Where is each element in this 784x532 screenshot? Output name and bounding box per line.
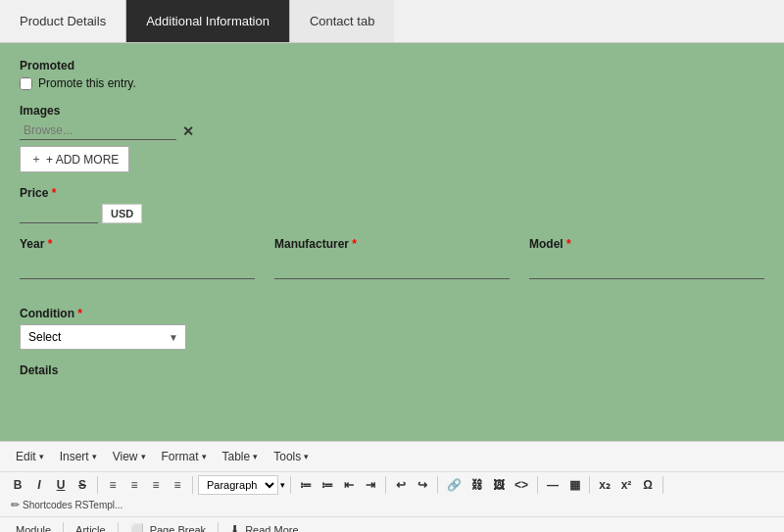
menu-format[interactable]: Format ▾ — [154, 447, 215, 466]
separator-6 — [537, 476, 538, 494]
promoted-field: Promoted Promote this entry. — [20, 59, 764, 90]
year-label: Year * — [20, 237, 255, 251]
outdent-button[interactable]: ⇤ — [339, 476, 359, 494]
strikethrough-button[interactable]: S — [73, 476, 92, 494]
align-right-button[interactable]: ≡ — [146, 476, 166, 494]
paragraph-format-select[interactable]: Paragraph Heading 1 Heading 2 — [198, 475, 278, 495]
bottom-sep-3 — [218, 522, 219, 533]
images-field: Images ✕ ＋ + ADD MORE — [20, 104, 764, 172]
clear-browse-button[interactable]: ✕ — [182, 123, 194, 139]
superscript-button[interactable]: x² — [616, 476, 636, 494]
bottom-sep-2 — [118, 522, 119, 533]
browse-input[interactable] — [20, 121, 176, 140]
insert-caret-icon: ▾ — [92, 452, 97, 461]
model-input[interactable] — [529, 261, 764, 279]
tab-additional-information[interactable]: Additional Information — [126, 0, 290, 42]
code-button[interactable]: <> — [511, 476, 532, 494]
condition-select-wrapper: Select New Used Refurbished ▼ — [20, 324, 186, 350]
edit-caret-icon: ▾ — [39, 452, 44, 461]
underline-button[interactable]: U — [51, 476, 71, 494]
image-button[interactable]: 🖼 — [489, 476, 509, 494]
promoted-label: Promoted — [20, 59, 764, 73]
browse-row: ✕ — [20, 121, 764, 140]
hr-button[interactable]: — — [543, 476, 563, 494]
price-row: USD — [20, 204, 764, 223]
table-insert-button[interactable]: ▦ — [564, 476, 584, 494]
unordered-list-button[interactable]: ≔ — [296, 476, 316, 494]
price-field: Price * USD — [20, 186, 764, 223]
separator-4 — [385, 476, 386, 494]
details-label: Details — [20, 363, 764, 377]
separator-1 — [97, 476, 98, 494]
promote-checkbox[interactable] — [20, 77, 32, 90]
year-input[interactable] — [20, 261, 255, 279]
bold-button[interactable]: B — [8, 476, 27, 494]
redo-button[interactable]: ↪ — [413, 476, 432, 494]
currency-badge: USD — [102, 204, 142, 223]
tab-contact-tab[interactable]: Contact tab — [290, 0, 395, 42]
module-button[interactable]: Module — [8, 522, 59, 533]
images-label: Images — [20, 104, 764, 118]
indent-button[interactable]: ⇥ — [361, 476, 380, 494]
manufacturer-field: Manufacturer * — [274, 237, 510, 279]
condition-select[interactable]: Select New Used Refurbished — [20, 324, 186, 350]
separator-3 — [290, 476, 291, 494]
promote-checkbox-row[interactable]: Promote this entry. — [20, 76, 764, 90]
ymm-row: Year * Manufacturer * Model * — [20, 237, 764, 293]
view-caret-icon: ▾ — [141, 452, 146, 461]
tab-product-details[interactable]: Product Details — [0, 0, 126, 42]
align-justify-button[interactable]: ≡ — [168, 476, 187, 494]
manufacturer-input[interactable] — [274, 261, 510, 279]
main-content: Promoted Promote this entry. Images ✕ ＋ … — [0, 43, 784, 441]
menu-insert[interactable]: Insert ▾ — [52, 447, 105, 466]
format-caret-icon: ▾ — [202, 452, 207, 461]
bottom-sep-1 — [63, 522, 64, 533]
toolbar-bottom: Module Article ⬜ Page Break ⬇ Read More — [0, 517, 784, 532]
menu-table[interactable]: Table ▾ — [215, 447, 267, 466]
manufacturer-label: Manufacturer * — [274, 237, 510, 251]
separator-7 — [589, 476, 590, 494]
separator-2 — [192, 476, 193, 494]
price-input[interactable] — [20, 205, 98, 223]
undo-button[interactable]: ↩ — [391, 476, 411, 494]
special-char-button[interactable]: Ω — [638, 476, 658, 494]
tools-caret-icon: ▾ — [304, 452, 309, 461]
paragraph-caret-icon: ▾ — [280, 480, 285, 490]
plus-icon: ＋ — [30, 151, 42, 168]
subscript-button[interactable]: x₂ — [595, 476, 614, 494]
model-label: Model * — [529, 237, 764, 251]
shortcodes-button[interactable]: ✏ Shortcodes RSTempl... — [8, 497, 125, 513]
year-field: Year * — [20, 237, 255, 279]
ordered-list-button[interactable]: ≔ — [318, 476, 337, 494]
page-break-icon: ⬜ — [130, 523, 144, 532]
separator-5 — [437, 476, 438, 494]
toolbar-menus: Edit ▾ Insert ▾ View ▾ Format ▾ Table ▾ … — [0, 442, 784, 472]
align-center-button[interactable]: ≡ — [124, 476, 144, 494]
condition-field: Condition * Select New Used Refurbished … — [20, 307, 764, 350]
menu-tools[interactable]: Tools ▾ — [266, 447, 317, 466]
menu-edit[interactable]: Edit ▾ — [8, 447, 52, 466]
model-field: Model * — [529, 237, 764, 279]
condition-label: Condition * — [20, 307, 764, 320]
link-button[interactable]: 🔗 — [443, 476, 466, 494]
read-more-button[interactable]: ⬇ Read More — [222, 521, 306, 532]
separator-8 — [662, 476, 663, 494]
article-button[interactable]: Article — [68, 522, 114, 533]
read-more-icon: ⬇ — [230, 523, 239, 532]
italic-button[interactable]: I — [29, 476, 49, 494]
tabs-bar: Product Details Additional Information C… — [0, 0, 784, 43]
toolbar-area: Edit ▾ Insert ▾ View ▾ Format ▾ Table ▾ … — [0, 441, 784, 532]
menu-view[interactable]: View ▾ — [105, 447, 154, 466]
unlink-button[interactable]: ⛓ — [467, 476, 487, 494]
table-caret-icon: ▾ — [253, 452, 258, 461]
align-left-button[interactable]: ≡ — [103, 476, 122, 494]
toolbar-buttons: B I U S ≡ ≡ ≡ ≡ Paragraph Heading 1 Head… — [0, 472, 784, 517]
price-label: Price * — [20, 186, 764, 200]
page-break-button[interactable]: ⬜ Page Break — [122, 521, 214, 532]
add-more-button[interactable]: ＋ + ADD MORE — [20, 146, 129, 172]
